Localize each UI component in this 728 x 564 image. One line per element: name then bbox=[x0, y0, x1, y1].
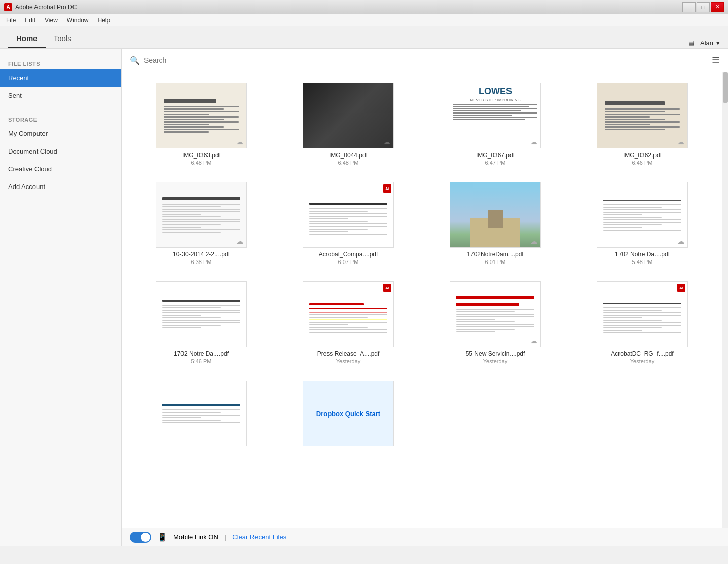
file-name: 55 New Servicin....pdf bbox=[466, 350, 525, 357]
menu-edit[interactable]: Edit bbox=[21, 16, 40, 25]
cloud-sync-icon: ☁ bbox=[383, 138, 390, 146]
file-thumbnail: LOWES NEVER STOP IMPROVING bbox=[450, 83, 541, 148]
cloud-sync-icon: ☁ bbox=[677, 138, 684, 146]
sidebar-item-sent[interactable]: Sent bbox=[0, 87, 121, 104]
tab-home[interactable]: Home bbox=[8, 30, 46, 48]
file-time: 6:48 PM bbox=[338, 160, 359, 166]
file-item[interactable]: ☁ 55 New Servicin....pdf Yesterday bbox=[426, 279, 565, 366]
file-thumbnail: ☁ bbox=[156, 83, 247, 148]
file-thumbnail: ☁ bbox=[450, 281, 541, 347]
search-input[interactable] bbox=[144, 56, 712, 64]
tabs: Home Tools bbox=[8, 30, 80, 48]
file-name: 10-30-2014 2-2....pdf bbox=[173, 251, 230, 258]
file-item[interactable] bbox=[132, 379, 271, 453]
file-lists-label: FILE LISTS bbox=[0, 57, 121, 69]
file-item[interactable]: LOWES NEVER STOP IMPROVING bbox=[426, 81, 565, 168]
file-item[interactable]: ☁ IMG_0363.pdf 6:48 PM bbox=[132, 81, 271, 168]
mobile-link-toggle[interactable] bbox=[130, 532, 151, 543]
file-time: 6:38 PM bbox=[191, 259, 212, 265]
file-thumbnail: Ai bbox=[303, 182, 394, 248]
file-item[interactable]: ☁ 10-30-2014 2-2....pdf 6:38 PM bbox=[132, 180, 271, 267]
cloud-sync-icon: ☁ bbox=[530, 336, 537, 345]
file-item[interactable]: ☁ IMG_0362.pdf 6:46 PM bbox=[573, 81, 712, 168]
list-view-icon[interactable]: ☰ bbox=[712, 55, 720, 66]
file-name: 1702 Notre Da....pdf bbox=[174, 350, 229, 357]
file-name: Acrobat_Compa....pdf bbox=[319, 251, 378, 258]
file-thumbnail bbox=[156, 281, 247, 347]
sidebar-item-document-cloud[interactable]: Document Cloud bbox=[0, 142, 121, 160]
cloud-sync-icon: ☁ bbox=[677, 237, 684, 245]
sidebar: FILE LISTS Recent Sent STORAGE My Comput… bbox=[0, 49, 122, 546]
minimize-button[interactable]: — bbox=[682, 2, 696, 12]
scroll-thumb[interactable] bbox=[723, 72, 728, 103]
dropbox-label: Dropbox Quick Start bbox=[316, 410, 380, 418]
file-item[interactable]: Ai bbox=[279, 180, 418, 267]
file-item[interactable]: Ai bbox=[279, 279, 418, 366]
file-time: 6:01 PM bbox=[485, 259, 506, 265]
file-time: Yesterday bbox=[483, 358, 508, 364]
file-name: IMG_0367.pdf bbox=[476, 152, 515, 159]
file-thumbnail: Ai bbox=[303, 281, 394, 347]
bottom-bar: 📱 Mobile Link ON | Clear Recent Files bbox=[122, 528, 728, 546]
adobe-badge: Ai bbox=[677, 284, 685, 292]
file-time: 5:48 PM bbox=[632, 259, 653, 265]
app-icon: A bbox=[4, 3, 12, 11]
user-area[interactable]: ▤ Alan ▾ bbox=[686, 37, 720, 48]
menu-bar: File Edit View Window Help bbox=[0, 14, 728, 26]
file-thumbnail: Dropbox Quick Start bbox=[303, 381, 394, 446]
file-item[interactable]: Ai bbox=[573, 279, 712, 366]
title-bar-left: A Adobe Acrobat Pro DC bbox=[4, 3, 77, 11]
cloud-sync-icon: ☁ bbox=[236, 138, 243, 146]
sidebar-item-my-computer[interactable]: My Computer bbox=[0, 125, 121, 142]
file-thumbnail: ☁ bbox=[597, 182, 688, 248]
menu-window[interactable]: Window bbox=[63, 16, 93, 25]
file-name: 1702 Notre Da....pdf bbox=[615, 251, 670, 258]
menu-help[interactable]: Help bbox=[94, 16, 115, 25]
tab-tools[interactable]: Tools bbox=[46, 30, 80, 48]
storage-label: STORAGE bbox=[0, 112, 121, 125]
file-thumbnail bbox=[156, 381, 247, 446]
toggle-knob bbox=[141, 533, 150, 542]
main-layout: FILE LISTS Recent Sent STORAGE My Comput… bbox=[0, 49, 728, 546]
scroll-track[interactable] bbox=[722, 72, 728, 528]
adobe-badge: Ai bbox=[383, 184, 391, 193]
file-item[interactable]: 1702 Notre Da....pdf 5:46 PM bbox=[132, 279, 271, 366]
file-time: Yesterday bbox=[336, 358, 361, 364]
mobile-link-label: Mobile Link ON bbox=[173, 533, 219, 541]
search-icon: 🔍 bbox=[130, 56, 140, 65]
file-name: AcrobatDC_RG_f....pdf bbox=[611, 350, 673, 357]
maximize-button[interactable]: □ bbox=[697, 2, 710, 12]
file-name: IMG_0362.pdf bbox=[623, 152, 662, 159]
menu-view[interactable]: View bbox=[41, 16, 62, 25]
close-button[interactable]: ✕ bbox=[711, 2, 724, 12]
user-dropdown-icon: ▾ bbox=[716, 39, 720, 47]
clear-recent-files-link[interactable]: Clear Recent Files bbox=[232, 533, 286, 541]
sidebar-item-creative-cloud[interactable]: Creative Cloud bbox=[0, 160, 121, 178]
file-item[interactable]: Dropbox Quick Start bbox=[279, 379, 418, 453]
search-input-wrap: 🔍 bbox=[130, 56, 712, 65]
file-time: 6:47 PM bbox=[485, 160, 506, 166]
cloud-sync-icon: ☁ bbox=[236, 237, 243, 245]
file-item[interactable]: ☁ 1702 Notre Da....pdf 5:48 PM bbox=[573, 180, 712, 267]
user-icon: ▤ bbox=[686, 37, 697, 48]
file-name: IMG_0363.pdf bbox=[182, 152, 221, 159]
menu-file[interactable]: File bbox=[2, 16, 20, 25]
content-area: 🔍 ☰ bbox=[122, 49, 728, 546]
cloud-sync-icon: ☁ bbox=[530, 138, 537, 146]
file-thumbnail: ☁ bbox=[597, 83, 688, 148]
sidebar-item-recent[interactable]: Recent bbox=[0, 69, 121, 87]
file-item[interactable]: ☁ IMG_0044.pdf 6:48 PM bbox=[279, 81, 418, 168]
file-thumbnail: ☁ bbox=[303, 83, 394, 148]
cloud-sync-icon: ☁ bbox=[530, 237, 537, 245]
sidebar-item-add-account[interactable]: Add Account bbox=[0, 178, 121, 196]
title-bar: A Adobe Acrobat Pro DC — □ ✕ bbox=[0, 0, 728, 14]
file-thumbnail: ☁ bbox=[156, 182, 247, 248]
separator: | bbox=[225, 533, 226, 541]
file-name: Press Release_A....pdf bbox=[317, 350, 380, 357]
file-name: IMG_0044.pdf bbox=[329, 152, 368, 159]
file-time: 5:46 PM bbox=[191, 358, 212, 364]
file-time: Yesterday bbox=[630, 358, 655, 364]
tab-right-area: ▤ Alan ▾ bbox=[686, 37, 720, 48]
app-title: Adobe Acrobat Pro DC bbox=[15, 4, 77, 11]
file-item[interactable]: ☁ 1702NotreDam....pdf 6:01 PM bbox=[426, 180, 565, 267]
